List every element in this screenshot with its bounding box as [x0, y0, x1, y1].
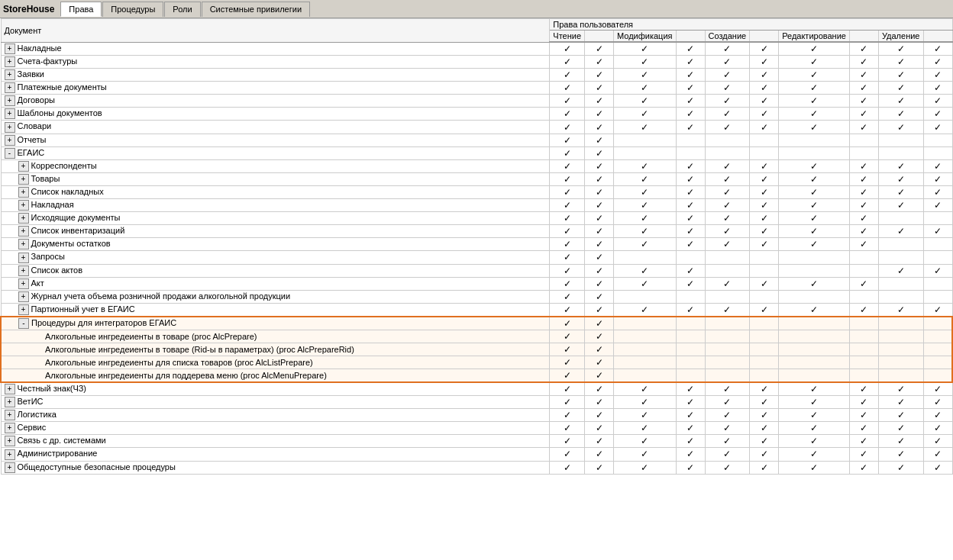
check-cell[interactable]: ✓ — [585, 172, 614, 185]
check-cell[interactable] — [750, 134, 779, 146]
check-cell[interactable]: ✓ — [585, 303, 614, 317]
check-cell[interactable]: ✓ — [779, 108, 850, 121]
check-cell[interactable]: ✓ — [550, 56, 585, 69]
check-cell[interactable] — [705, 146, 750, 159]
check-cell[interactable] — [878, 146, 923, 159]
expand-icon[interactable]: + — [5, 43, 15, 54]
check-cell[interactable]: ✓ — [550, 264, 585, 277]
check-cell[interactable]: ✓ — [878, 56, 923, 69]
expand-icon[interactable]: + — [5, 122, 15, 133]
check-cell[interactable] — [923, 290, 952, 303]
check-cell[interactable]: ✓ — [849, 185, 878, 198]
check-cell[interactable]: ✓ — [614, 159, 677, 172]
check-cell[interactable] — [750, 356, 779, 369]
check-cell[interactable] — [705, 369, 750, 382]
tab-процедуры[interactable]: Процедуры — [102, 2, 163, 17]
check-cell[interactable] — [614, 330, 677, 343]
check-cell[interactable]: ✓ — [585, 108, 614, 121]
check-cell[interactable]: ✓ — [550, 317, 585, 330]
check-cell[interactable] — [750, 290, 779, 303]
check-cell[interactable] — [878, 330, 923, 343]
check-cell[interactable] — [676, 343, 705, 356]
expand-icon[interactable]: + — [5, 82, 15, 93]
check-cell[interactable]: ✓ — [550, 42, 585, 56]
check-cell[interactable]: ✓ — [585, 264, 614, 277]
check-cell[interactable]: ✓ — [614, 277, 677, 290]
check-cell[interactable]: ✓ — [585, 448, 614, 461]
check-cell[interactable]: ✓ — [550, 185, 585, 198]
check-cell[interactable]: ✓ — [705, 199, 750, 212]
check-cell[interactable]: ✓ — [878, 448, 923, 461]
check-cell[interactable]: ✓ — [550, 435, 585, 448]
check-cell[interactable]: ✓ — [550, 238, 585, 251]
check-cell[interactable]: ✓ — [779, 185, 850, 198]
check-cell[interactable] — [779, 146, 850, 159]
check-cell[interactable]: ✓ — [676, 303, 705, 317]
check-cell[interactable] — [614, 146, 677, 159]
check-cell[interactable] — [676, 356, 705, 369]
check-cell[interactable]: ✓ — [676, 95, 705, 108]
check-cell[interactable] — [705, 343, 750, 356]
check-cell[interactable]: ✓ — [849, 225, 878, 238]
check-cell[interactable]: ✓ — [614, 212, 677, 225]
check-cell[interactable]: ✓ — [550, 225, 585, 238]
check-cell[interactable]: ✓ — [705, 448, 750, 461]
check-cell[interactable]: ✓ — [705, 121, 750, 134]
check-cell[interactable]: ✓ — [923, 56, 952, 69]
check-cell[interactable]: ✓ — [878, 264, 923, 277]
check-cell[interactable] — [614, 343, 677, 356]
check-cell[interactable]: ✓ — [923, 409, 952, 422]
check-cell[interactable] — [705, 251, 750, 264]
check-cell[interactable]: ✓ — [750, 82, 779, 95]
check-cell[interactable]: ✓ — [585, 238, 614, 251]
check-cell[interactable] — [923, 330, 952, 343]
tab-роли[interactable]: Роли — [164, 2, 200, 17]
check-cell[interactable]: ✓ — [676, 56, 705, 69]
check-cell[interactable]: ✓ — [750, 435, 779, 448]
check-cell[interactable]: ✓ — [705, 172, 750, 185]
check-cell[interactable]: ✓ — [878, 422, 923, 435]
check-cell[interactable]: ✓ — [705, 225, 750, 238]
check-cell[interactable] — [878, 290, 923, 303]
expand-icon[interactable]: + — [5, 108, 15, 119]
check-cell[interactable]: ✓ — [849, 448, 878, 461]
check-cell[interactable]: ✓ — [550, 134, 585, 146]
check-cell[interactable]: ✓ — [779, 172, 850, 185]
check-cell[interactable]: ✓ — [779, 42, 850, 56]
expand-icon[interactable]: + — [18, 226, 29, 237]
check-cell[interactable]: ✓ — [676, 185, 705, 198]
check-cell[interactable]: ✓ — [779, 461, 850, 474]
check-cell[interactable] — [849, 290, 878, 303]
check-cell[interactable]: ✓ — [585, 251, 614, 264]
check-cell[interactable]: ✓ — [923, 159, 952, 172]
check-cell[interactable]: ✓ — [614, 435, 677, 448]
check-cell[interactable]: ✓ — [750, 56, 779, 69]
check-cell[interactable]: ✓ — [614, 409, 677, 422]
check-cell[interactable]: ✓ — [676, 121, 705, 134]
check-cell[interactable] — [849, 343, 878, 356]
check-cell[interactable]: ✓ — [878, 69, 923, 82]
check-cell[interactable]: ✓ — [614, 172, 677, 185]
check-cell[interactable]: ✓ — [550, 396, 585, 409]
check-cell[interactable]: ✓ — [585, 56, 614, 69]
check-cell[interactable]: ✓ — [705, 396, 750, 409]
check-cell[interactable]: ✓ — [750, 69, 779, 82]
check-cell[interactable]: ✓ — [849, 212, 878, 225]
check-cell[interactable]: ✓ — [923, 422, 952, 435]
check-cell[interactable]: ✓ — [550, 422, 585, 435]
check-cell[interactable] — [750, 317, 779, 330]
check-cell[interactable] — [923, 343, 952, 356]
check-cell[interactable] — [705, 317, 750, 330]
check-cell[interactable]: ✓ — [849, 199, 878, 212]
check-cell[interactable]: ✓ — [550, 172, 585, 185]
tab-права[interactable]: Права — [60, 2, 102, 17]
check-cell[interactable] — [923, 317, 952, 330]
check-cell[interactable]: ✓ — [614, 461, 677, 474]
check-cell[interactable]: ✓ — [585, 409, 614, 422]
check-cell[interactable] — [705, 264, 750, 277]
check-cell[interactable] — [705, 330, 750, 343]
check-cell[interactable]: ✓ — [550, 212, 585, 225]
check-cell[interactable]: ✓ — [878, 396, 923, 409]
expand-icon[interactable]: + — [18, 304, 29, 315]
check-cell[interactable]: ✓ — [676, 212, 705, 225]
